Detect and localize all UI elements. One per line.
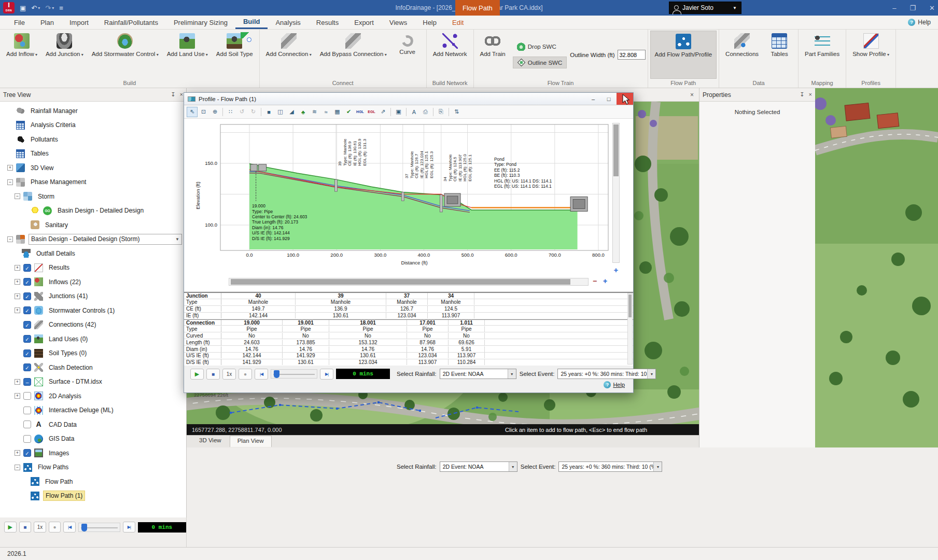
rotate-ccw-icon[interactable]: ↺ (236, 107, 247, 117)
chart-hscroll-thumb[interactable] (231, 279, 570, 285)
tree-item-inflows-22[interactable]: +✓Inflows (22) (0, 275, 186, 289)
menu-item-file[interactable]: File (6, 16, 33, 29)
add-connection-button[interactable]: Add Connection ▾ (262, 31, 316, 79)
tree-item-outfall-details[interactable]: Outfall Details (0, 246, 186, 261)
speed-button[interactable]: 1x (34, 522, 46, 533)
tree-item-flow-path[interactable]: Flow Path (0, 474, 186, 489)
design-check-icon[interactable]: ✔ (343, 107, 354, 117)
save-quick-button[interactable]: ▣ (20, 4, 26, 12)
checkbox-partial[interactable]: – (23, 378, 31, 386)
phase-select-dropdown[interactable]: Basin Design - Detailed Design (Storm)▼ (29, 234, 182, 245)
menu-item-import[interactable]: Import (62, 16, 96, 29)
checkbox-on[interactable]: ✓ (23, 363, 31, 371)
properties-pin-icon[interactable]: ↧ (800, 91, 804, 98)
slider-thumb[interactable] (81, 524, 87, 531)
redo-caret-icon[interactable]: ▾ (52, 6, 54, 10)
tree-item-phase-management[interactable]: −Phase Management (0, 175, 186, 190)
tree-item-tables[interactable]: Tables (0, 147, 186, 161)
chart-vscroll-thumb[interactable] (613, 124, 619, 176)
expand-icon[interactable]: + (15, 307, 20, 313)
skip-end-button[interactable]: ▶| (123, 522, 135, 533)
menu-item-edit[interactable]: Edit (444, 16, 471, 29)
checkbox-off[interactable] (23, 407, 31, 414)
tree-item-clash-detection[interactable]: ✓Clash Detection (0, 360, 186, 375)
user-account-dropdown[interactable]: Javier Soto ▼ (669, 2, 741, 14)
expand-icon[interactable]: + (15, 450, 20, 456)
properties-close-icon[interactable]: × (809, 91, 812, 98)
expand-icon[interactable]: + (15, 379, 20, 385)
menu-item-plan[interactable]: Plan (33, 16, 62, 29)
tree-item-connections-42[interactable]: ✓Connections (42) (0, 318, 186, 332)
minimize-button[interactable]: – (892, 4, 896, 12)
stop-button[interactable]: ■ (19, 522, 32, 533)
maximize-button[interactable]: ❐ (909, 4, 916, 12)
tree-close-icon[interactable]: × (180, 91, 183, 98)
tree-item-junctions-41[interactable]: +✓Junctions (41) (0, 289, 186, 304)
tree-item-flow-path-1[interactable]: Flow Path (1) (0, 489, 186, 503)
add-bypass-connection-button[interactable]: Add Bypass Connection ▾ (316, 31, 391, 79)
event-select[interactable]: 25 years: +0 %: 360 mins: Third: 10 (%▼ (558, 461, 662, 472)
collapse-icon[interactable]: − (7, 179, 13, 185)
timeline-slider[interactable] (78, 523, 120, 532)
profile-window-titlebar[interactable]: Profile - Flow Path (1) – □ × (184, 93, 633, 105)
menu-item-export[interactable]: Export (346, 16, 382, 29)
zoom-out-button[interactable]: − (590, 276, 599, 286)
close-button[interactable]: ✕ (929, 4, 935, 12)
checkbox-on[interactable]: ✓ (23, 278, 31, 286)
map-right-canvas[interactable] (815, 88, 938, 447)
expand-icon[interactable]: + (15, 393, 20, 399)
help-corner-button[interactable]: ? Help (908, 16, 931, 29)
profile-maximize-button[interactable]: □ (601, 93, 617, 105)
tree-item-storm[interactable]: −Storm (0, 189, 186, 204)
checkbox-on[interactable]: ✓ (23, 264, 31, 272)
save-image-icon[interactable]: ⎘ (436, 107, 446, 117)
tree-item-cad-data[interactable]: CAD Data (0, 417, 186, 432)
dropdown-caret-icon[interactable]: ▼ (653, 462, 662, 471)
data-table-toggle-icon[interactable]: ▦ (332, 107, 343, 117)
expand-icon[interactable]: + (15, 293, 20, 299)
checkbox-off[interactable] (23, 421, 31, 428)
profile-help-link[interactable]: ? Help (604, 381, 625, 388)
stop-button[interactable]: ■ (206, 369, 220, 380)
save-profile-icon[interactable]: ⎙ (420, 107, 431, 117)
annotations-icon[interactable]: A (409, 107, 419, 117)
tab-3d-view[interactable]: 3D View (192, 436, 229, 447)
checkbox-on[interactable]: ✓ (23, 449, 31, 457)
refresh-layout-icon[interactable]: ⇅ (451, 107, 462, 117)
quick-access-menu-button[interactable]: ≡ (59, 4, 63, 12)
expand-icon[interactable]: + (7, 165, 13, 171)
skip-start-button[interactable]: |◀ (255, 369, 268, 380)
add-flow-path-profile-button[interactable]: Add Flow Path/Profile (650, 31, 717, 79)
zoom-window-tool-icon[interactable]: ⊡ (198, 107, 209, 117)
menu-item-views[interactable]: Views (382, 16, 415, 29)
speed-button[interactable]: 1x (222, 369, 236, 380)
profile-close-button[interactable]: × (617, 93, 633, 105)
tree-item-flow-paths[interactable]: −Flow Paths (0, 460, 186, 475)
add-stormwater-control-button[interactable]: Add Stormwater Control ▾ (88, 31, 163, 79)
rainfall-select[interactable]: 2D Event: NOAA▼ (440, 461, 517, 472)
outline-swc-button[interactable]: Outline SWC (513, 57, 567, 68)
menu-item-preliminary-sizing[interactable]: Preliminary Sizing (166, 16, 235, 29)
collapse-icon[interactable]: − (7, 236, 13, 242)
tree-item-results[interactable]: +✓Results (0, 261, 186, 275)
vertical-zoom-in-button[interactable]: + (611, 265, 621, 274)
tables-button[interactable]: Tables (763, 31, 796, 79)
profile-minimize-button[interactable]: – (585, 93, 601, 105)
map-right-area[interactable] (815, 88, 938, 447)
tree-item-sanitary[interactable]: Sanitary (0, 218, 186, 232)
tree-item-2d-analysis[interactable]: +2D Analysis (0, 389, 186, 403)
profile-lines-icon[interactable]: ≋ (309, 107, 320, 117)
egl-toggle-icon[interactable]: EGL (366, 107, 377, 117)
expand-icon[interactable]: + (15, 265, 20, 271)
wireframe-view-icon[interactable]: ◫ (275, 107, 286, 117)
tree-item-rainfall-manager[interactable]: Rainfall Manager (0, 104, 186, 118)
skip-end-button[interactable]: ▶| (320, 369, 333, 380)
dropdown-caret-icon[interactable]: ▼ (508, 369, 516, 379)
export-view-icon[interactable]: ⇗ (377, 107, 388, 117)
add-train-button[interactable]: Add Train (476, 31, 510, 79)
checkbox-on[interactable]: ✓ (23, 349, 31, 357)
checkbox-on[interactable]: ✓ (23, 306, 31, 314)
fit-extents-icon[interactable]: ∷ (225, 107, 236, 117)
play-button[interactable]: ▶ (4, 522, 17, 533)
vegetation-toggle-icon[interactable]: ♣ (298, 107, 309, 117)
